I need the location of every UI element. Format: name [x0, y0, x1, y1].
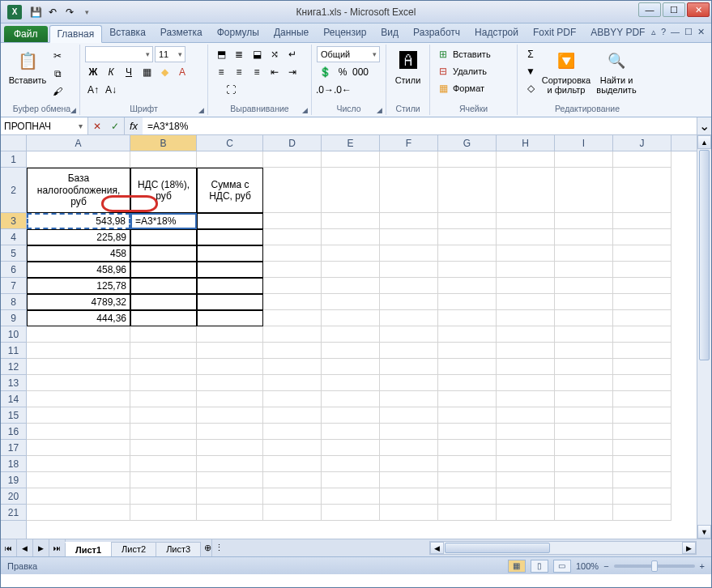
- vscroll-thumb[interactable]: [699, 150, 710, 360]
- cell-H12[interactable]: [497, 359, 555, 375]
- tab-главная[interactable]: Главная: [49, 25, 103, 43]
- cell-H10[interactable]: [497, 326, 555, 343]
- clear-icon[interactable]: ◇: [522, 80, 539, 96]
- cell-H13[interactable]: [497, 375, 555, 391]
- cell-H21[interactable]: [497, 505, 555, 521]
- cell-J2[interactable]: [613, 168, 671, 213]
- cell-H7[interactable]: [497, 278, 555, 294]
- styles-button[interactable]: 🅰 Стили: [391, 46, 424, 85]
- cell-E13[interactable]: [322, 375, 380, 391]
- cell-B12[interactable]: [130, 359, 197, 375]
- cell-C3[interactable]: [197, 213, 263, 229]
- clipboard-launcher-icon[interactable]: ◢: [70, 106, 76, 114]
- align-top-icon[interactable]: ⬒: [213, 46, 229, 62]
- cell-A10[interactable]: [27, 326, 130, 343]
- cell-H16[interactable]: [497, 424, 555, 440]
- cell-D10[interactable]: [263, 326, 322, 343]
- vertical-scrollbar[interactable]: ▲ ▼: [697, 135, 711, 539]
- col-header-A[interactable]: A: [27, 135, 130, 151]
- ribbon-minimize-icon[interactable]: ▵: [651, 27, 656, 37]
- font-family-combo[interactable]: [85, 46, 153, 62]
- number-launcher-icon[interactable]: ◢: [377, 106, 382, 114]
- cell-D2[interactable]: [263, 168, 322, 213]
- cell-A21[interactable]: [27, 505, 130, 521]
- cell-D15[interactable]: [263, 407, 322, 424]
- shrink-font-icon[interactable]: A↓: [103, 82, 119, 98]
- cell-G2[interactable]: [438, 168, 497, 213]
- cell-D9[interactable]: [263, 310, 322, 326]
- cell-G21[interactable]: [438, 505, 497, 521]
- row-header-4[interactable]: 4: [1, 229, 26, 245]
- row-header-11[interactable]: 11: [1, 343, 26, 359]
- row-header-7[interactable]: 7: [1, 278, 26, 294]
- horizontal-scrollbar[interactable]: ◀ ▶: [429, 541, 697, 555]
- font-color-icon[interactable]: A: [174, 64, 190, 80]
- cell-C15[interactable]: [197, 407, 263, 424]
- cell-G18[interactable]: [438, 456, 497, 472]
- cell-J8[interactable]: [613, 294, 671, 310]
- cell-C17[interactable]: [197, 440, 263, 456]
- cell-C5[interactable]: [197, 245, 263, 262]
- cell-H15[interactable]: [497, 407, 555, 424]
- cell-B11[interactable]: [130, 343, 197, 359]
- cell-A15[interactable]: [27, 407, 130, 424]
- col-header-H[interactable]: H: [497, 135, 555, 151]
- insert-cells-button[interactable]: ⊞Вставить: [435, 46, 491, 62]
- cell-I14[interactable]: [555, 391, 613, 407]
- row-header-5[interactable]: 5: [1, 245, 26, 262]
- cell-B14[interactable]: [130, 391, 197, 407]
- cell-G6[interactable]: [438, 262, 497, 278]
- cell-E5[interactable]: [322, 245, 380, 262]
- sheet-tab-Лист1[interactable]: Лист1: [65, 542, 112, 556]
- cell-J6[interactable]: [613, 262, 671, 278]
- cell-A19[interactable]: [27, 472, 130, 488]
- cell-E21[interactable]: [322, 505, 380, 521]
- cell-H4[interactable]: [497, 229, 555, 245]
- row-header-15[interactable]: 15: [1, 407, 26, 424]
- row-header-20[interactable]: 20: [1, 488, 26, 505]
- new-sheet-icon[interactable]: ⊕: [204, 543, 211, 553]
- cell-F18[interactable]: [380, 456, 438, 472]
- cell-D12[interactable]: [263, 359, 322, 375]
- cell-B15[interactable]: [130, 407, 197, 424]
- cell-D7[interactable]: [263, 278, 322, 294]
- col-header-B[interactable]: B: [130, 135, 197, 151]
- zoom-slider[interactable]: [614, 565, 695, 568]
- align-middle-icon[interactable]: ≣: [231, 46, 247, 62]
- decrease-indent-icon[interactable]: ⇤: [266, 64, 283, 80]
- number-format-combo[interactable]: Общий: [317, 46, 380, 62]
- delete-cells-button[interactable]: ⊟Удалить: [435, 63, 487, 79]
- italic-icon[interactable]: К: [103, 64, 119, 80]
- cell-H8[interactable]: [497, 294, 555, 310]
- cell-I11[interactable]: [555, 343, 613, 359]
- cell-E1[interactable]: [322, 151, 380, 168]
- cell-J13[interactable]: [613, 375, 671, 391]
- cell-B3[interactable]: =A3*18%: [130, 213, 197, 229]
- font-size-combo[interactable]: 11: [155, 46, 185, 62]
- cell-A8[interactable]: 4789,32: [27, 294, 130, 310]
- tab-foxit pdf[interactable]: Foxit PDF: [526, 24, 583, 42]
- bold-icon[interactable]: Ж: [85, 64, 101, 80]
- cell-C2[interactable]: Сумма с НДС, руб: [197, 168, 263, 213]
- cell-E10[interactable]: [322, 326, 380, 343]
- cell-H1[interactable]: [497, 151, 555, 168]
- row-header-19[interactable]: 19: [1, 472, 26, 488]
- row-header-21[interactable]: 21: [1, 505, 26, 521]
- cell-E2[interactable]: [322, 168, 380, 213]
- cell-J15[interactable]: [613, 407, 671, 424]
- cell-E17[interactable]: [322, 440, 380, 456]
- cell-A5[interactable]: 458: [27, 245, 130, 262]
- col-header-J[interactable]: J: [613, 135, 671, 151]
- cell-F16[interactable]: [380, 424, 438, 440]
- cell-B19[interactable]: [130, 472, 197, 488]
- comma-icon[interactable]: 000: [352, 64, 369, 80]
- sheet-nav-prev-icon[interactable]: ◀: [17, 539, 33, 556]
- cell-I15[interactable]: [555, 407, 613, 424]
- tab-надстрой[interactable]: Надстрой: [467, 24, 526, 42]
- cell-H14[interactable]: [497, 391, 555, 407]
- format-painter-icon[interactable]: 🖌: [49, 83, 66, 100]
- row-header-2[interactable]: 2: [1, 168, 26, 213]
- formula-expand-icon[interactable]: ⌄: [697, 117, 711, 134]
- tab-вид[interactable]: Вид: [373, 24, 406, 42]
- fill-color-icon[interactable]: ◆: [156, 64, 173, 80]
